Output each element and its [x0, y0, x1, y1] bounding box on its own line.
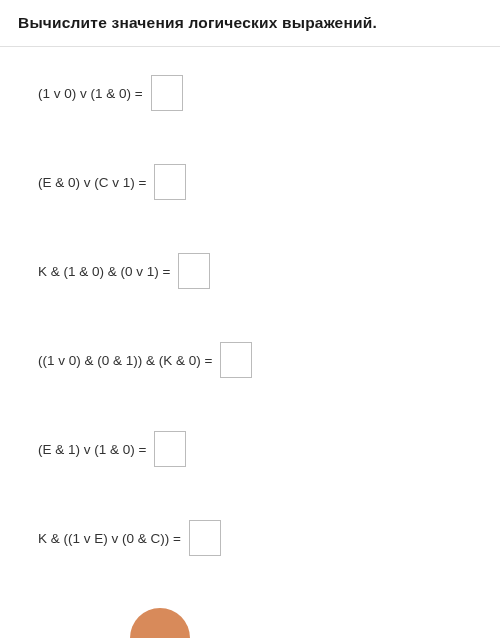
expression-text: (E & 1) v (1 & 0) =: [38, 442, 146, 457]
problem-row: ((1 v 0) & (0 & 1)) & (K & 0) =: [38, 342, 482, 378]
answer-input[interactable]: [154, 431, 186, 467]
answer-input[interactable]: [220, 342, 252, 378]
header: Вычислите значения логических выражений.: [0, 0, 500, 47]
problem-row: (1 v 0) v (1 & 0) =: [38, 75, 482, 111]
expression-text: ((1 v 0) & (0 & 1)) & (K & 0) =: [38, 353, 212, 368]
expression-text: K & (1 & 0) & (0 v 1) =: [38, 264, 170, 279]
problem-row: (E & 0) v (C v 1) =: [38, 164, 482, 200]
problem-row: K & (1 & 0) & (0 v 1) =: [38, 253, 482, 289]
problem-row: (E & 1) v (1 & 0) =: [38, 431, 482, 467]
problem-row: K & ((1 v E) v (0 & C)) =: [38, 520, 482, 556]
expression-text: (E & 0) v (C v 1) =: [38, 175, 146, 190]
answer-input[interactable]: [189, 520, 221, 556]
answer-input[interactable]: [178, 253, 210, 289]
page-title: Вычислите значения логических выражений.: [18, 14, 482, 32]
expression-text: (1 v 0) v (1 & 0) =: [38, 86, 143, 101]
decorative-circle: [130, 608, 190, 638]
answer-input[interactable]: [154, 164, 186, 200]
expression-text: K & ((1 v E) v (0 & C)) =: [38, 531, 181, 546]
problems-container: (1 v 0) v (1 & 0) = (E & 0) v (C v 1) = …: [0, 47, 500, 556]
answer-input[interactable]: [151, 75, 183, 111]
